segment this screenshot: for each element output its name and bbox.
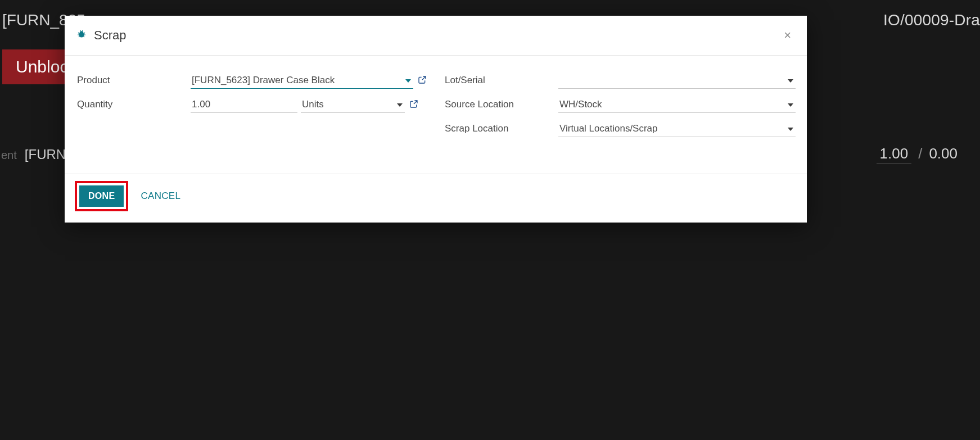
source-location-input[interactable] — [558, 97, 796, 113]
scrap-modal: Scrap × Product — [65, 16, 807, 223]
done-button[interactable]: DONE — [79, 185, 124, 207]
modal-body: Product Quantity — [65, 56, 807, 174]
scrap-location-row: Scrap Location — [445, 121, 796, 137]
source-location-label: Source Location — [445, 97, 558, 110]
quantity-row: Quantity — [77, 97, 428, 113]
qty-total-value: 0.00 — [929, 145, 958, 162]
uom-input[interactable] — [301, 97, 405, 113]
cancel-button[interactable]: CANCEL — [136, 185, 185, 207]
done-button-highlight: DONE — [75, 181, 128, 211]
modal-footer: DONE CANCEL — [65, 174, 807, 223]
form-right-column: Lot/Serial Source Location — [445, 72, 796, 168]
bg-header-right-text: IO/00009-Dra — [883, 11, 980, 29]
form-left-column: Product Quantity — [77, 72, 428, 168]
source-location-row: Source Location — [445, 97, 796, 113]
component-label: ent — [1, 149, 17, 162]
lot-serial-row: Lot/Serial — [445, 72, 796, 89]
bug-icon[interactable] — [77, 30, 86, 41]
modal-header: Scrap × — [65, 16, 807, 56]
product-label: Product — [77, 72, 191, 86]
qty-done-value: 1.00 — [877, 145, 912, 164]
qty-separator: / — [918, 145, 922, 162]
modal-title: Scrap — [94, 28, 126, 43]
scrap-location-label: Scrap Location — [445, 121, 558, 134]
lot-serial-input[interactable] — [558, 72, 796, 89]
external-link-icon[interactable] — [417, 75, 428, 87]
product-row: Product — [77, 72, 428, 89]
quantity-input[interactable] — [191, 97, 297, 113]
product-input[interactable] — [191, 72, 413, 89]
quantity-label: Quantity — [77, 97, 191, 110]
external-link-icon[interactable] — [408, 99, 419, 111]
scrap-location-input[interactable] — [558, 121, 796, 137]
lot-serial-label: Lot/Serial — [445, 72, 558, 86]
close-icon[interactable]: × — [779, 26, 796, 45]
